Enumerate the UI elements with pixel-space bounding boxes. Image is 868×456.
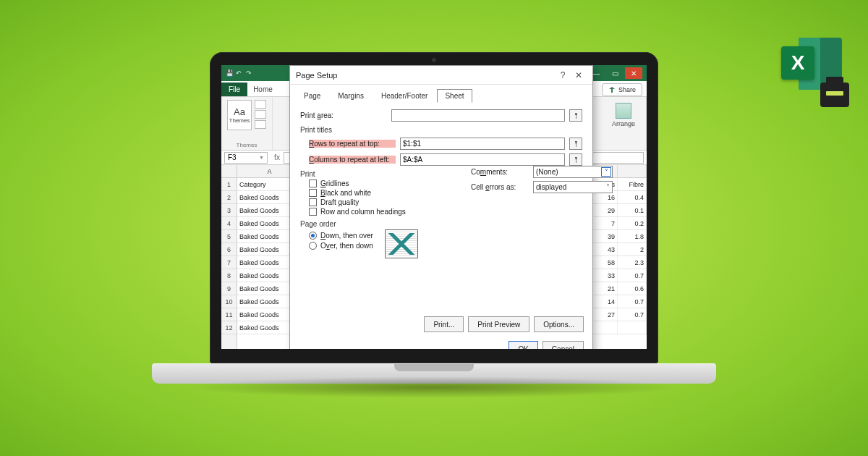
excel-app-icon: X [781,33,842,94]
draft-quality-checkbox[interactable]: Draft quality [309,198,582,206]
print-area-label: Print area: [300,111,387,119]
comments-label: Comments: [471,168,529,176]
printer-icon [820,83,849,107]
laptop-camera [432,58,436,62]
share-label: Share [618,86,636,93]
arrange-label: Arrange [612,120,635,127]
laptop-frame: 💾 ↶ ↷ — ▭ ✕ File Home Share [210,52,658,384]
down-then-over-radio[interactable]: Down, then over [309,232,373,240]
share-button[interactable]: Share [602,83,642,96]
print-preview-button[interactable]: Print Preview [468,316,529,332]
tab-sheet[interactable]: Sheet [437,89,472,103]
cell-errors-label: Cell errors as: [471,183,529,191]
print-area-input[interactable] [391,109,565,122]
rows-repeat-label: Rows to repeat at top: [309,140,396,148]
ribbon-group-themes: Aa Themes Themes [221,97,273,150]
tab-page[interactable]: Page [296,89,328,103]
colors-button[interactable] [255,100,266,109]
excel-x-icon: X [781,46,814,80]
chevron-down-icon[interactable]: ˅ [606,183,610,191]
print-right-column: Comments: (None)˅ Cell errors as: displa… [471,163,613,196]
window-controls: — ▭ ✕ [587,67,642,79]
tab-margins[interactable]: Margins [330,89,372,103]
dialog-title: Page Setup [296,71,338,80]
share-icon [608,86,616,93]
cell-errors-combo[interactable]: displayed˅ [533,181,613,193]
row-headers[interactable]: 123456789101112 [221,165,237,349]
close-button[interactable]: ✕ [625,67,642,79]
themes-button-label: Themes [229,117,250,124]
ribbon-group-label: Themes [237,142,258,148]
arrange-icon[interactable] [616,103,631,119]
page-order-label: Page order [300,220,582,228]
dialog-close-button[interactable]: ✕ [571,70,587,80]
print-button[interactable]: Print... [424,316,464,332]
tab-file[interactable]: File [221,83,247,96]
effects-button[interactable] [255,120,266,129]
cols-repeat-label: Columns to repeat at left: [309,156,396,164]
redo-icon[interactable]: ↷ [246,69,253,77]
screen-bezel: 💾 ↶ ↷ — ▭ ✕ File Home Share [210,52,658,363]
ribbon-group-label-arrange [623,142,624,148]
options-button[interactable]: Options... [534,316,584,332]
row-col-headings-checkbox[interactable]: Row and column headings [309,208,582,216]
save-icon[interactable]: 💾 [226,69,233,77]
help-button[interactable]: ? [555,70,571,80]
over-then-down-radio[interactable]: Over, then down [309,242,373,250]
undo-icon[interactable]: ↶ [236,69,243,77]
rows-repeat-input[interactable] [400,138,565,150]
print-titles-label: Print titles [300,126,582,134]
name-box[interactable]: F3▼ [224,152,268,164]
tab-home[interactable]: Home [247,83,278,96]
chevron-down-icon[interactable]: ˅ [601,167,611,177]
dialog-tabs: Page Margins Header/Footer Sheet [290,85,592,103]
fx-icon[interactable]: fx [271,153,284,161]
quick-access-toolbar[interactable]: 💾 ↶ ↷ [226,69,253,77]
collapse-dialog-icon[interactable]: ⭱ [569,138,582,150]
page-order-thumbnail [385,229,418,258]
ok-button[interactable]: OK [509,341,537,349]
chevron-down-icon[interactable]: ▼ [259,155,264,160]
comments-combo[interactable]: (None)˅ [533,166,613,178]
maximize-button[interactable]: ▭ [606,67,624,79]
cancel-button[interactable]: Cancel [542,341,584,349]
excel-window: 💾 ↶ ↷ — ▭ ✕ File Home Share [221,65,647,349]
ribbon-group-arrange: Arrange [601,97,647,150]
page-setup-dialog: Page Setup ? ✕ Page Margins Header/Foote… [289,65,593,349]
themes-button[interactable]: Aa Themes [227,100,252,130]
fonts-button[interactable] [255,110,266,119]
dialog-titlebar: Page Setup ? ✕ [290,66,592,85]
collapse-dialog-icon[interactable]: ⭱ [569,109,582,122]
tab-headerfooter[interactable]: Header/Footer [373,89,435,103]
